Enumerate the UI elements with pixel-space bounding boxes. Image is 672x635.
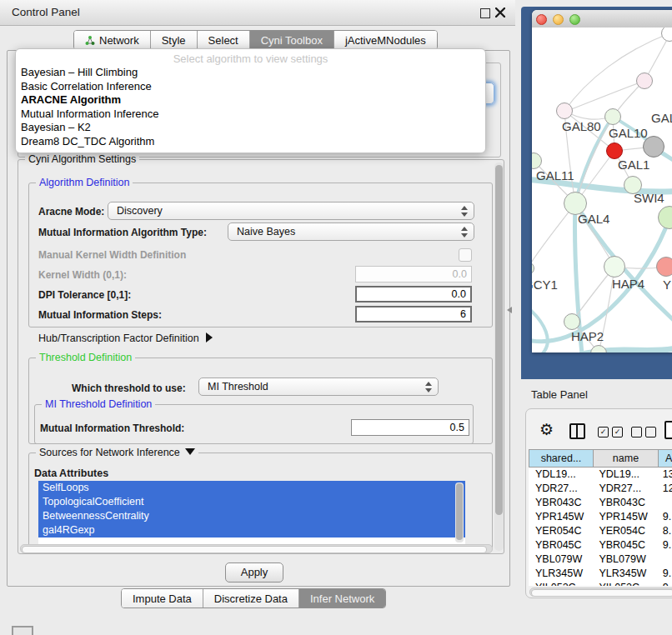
table-cell: 13 xyxy=(656,468,672,482)
stepper-arrows-icon xyxy=(425,382,432,393)
float-window-icon[interactable] xyxy=(480,8,490,18)
data-attribute-item[interactable]: gal4RGexp xyxy=(38,523,465,538)
table-horizontal-scrollbar[interactable] xyxy=(529,588,672,597)
cyni-toolbox-panel: Select algorithm to view settings Bayesi… xyxy=(7,50,510,587)
mi-threshold-input[interactable]: 0.5 xyxy=(351,419,469,436)
network-node[interactable] xyxy=(604,256,625,278)
tab-label: Select xyxy=(208,34,238,47)
node-label-gcy1: GCY1 xyxy=(532,278,558,292)
tab-label: Network xyxy=(99,34,139,47)
network-node[interactable] xyxy=(636,72,653,89)
data-attribute-item[interactable]: SelfLoops xyxy=(38,481,465,495)
network-node[interactable] xyxy=(564,313,580,330)
network-desktop: GALGAL80GAL10GAL1GAL11SWI4GAL4GCY1HAP4YH… xyxy=(521,7,672,379)
splitter-collapse-icon[interactable] xyxy=(507,307,512,313)
algorithm-option[interactable]: Bayesian – K2 xyxy=(16,121,485,135)
mi-type-combobox[interactable]: Naive Bayes xyxy=(228,222,474,241)
control-panel-tabs: NetworkStyleSelectCyni ToolboxjActiveMNo… xyxy=(73,30,438,50)
kernel-width-label: Kernel Width (0,1): xyxy=(38,269,127,281)
table-row[interactable]: YER054CYER054C8. xyxy=(529,524,672,538)
expand-right-icon xyxy=(206,332,213,342)
kernel-width-input[interactable]: 0.0 xyxy=(355,266,472,282)
network-icon xyxy=(85,35,95,46)
node-label-gal11: GAL11 xyxy=(536,168,574,182)
tab-network[interactable]: Network xyxy=(74,31,151,49)
apply-button[interactable]: Apply xyxy=(225,562,283,582)
data-attributes-list: SelfLoopsTopologicalCoefficientBetweenne… xyxy=(38,481,465,544)
algorithm-dropdown-list: Bayesian – Hill ClimbingBasic Correlatio… xyxy=(16,66,485,148)
data-attribute-item[interactable]: BetweennessCentrality xyxy=(38,509,465,523)
attribute-list-scrollbar[interactable] xyxy=(455,482,464,542)
sources-group-title[interactable]: Sources for Network Inference xyxy=(36,447,198,458)
hub-definition-toggle[interactable]: Hub/Transcription Factor Definition xyxy=(38,332,213,344)
mi-threshold-group-title: MI Threshold Definition xyxy=(42,398,155,410)
table-row[interactable]: YBL079WYBL079W xyxy=(529,552,672,567)
algorithm-option[interactable]: ARACNE Algorithm xyxy=(16,93,485,108)
column-header-A[interactable]: A xyxy=(659,449,672,468)
sources-horizontal-scrollbar[interactable] xyxy=(20,544,493,553)
collapse-down-icon xyxy=(185,448,195,455)
table-cell: 9. xyxy=(656,538,672,552)
bottom-tab-infer-network[interactable]: Infer Network xyxy=(299,589,385,608)
algorithm-option[interactable]: Mutual Information Inference xyxy=(16,108,485,122)
close-icon[interactable] xyxy=(495,8,505,18)
table-cell: YDR27... xyxy=(592,482,655,496)
cyni-algorithm-settings-title: Cyni Algorithm Settings xyxy=(25,153,139,165)
network-node[interactable] xyxy=(556,102,573,119)
document-icon[interactable] xyxy=(664,421,672,439)
column-header-shared[interactable]: shared... xyxy=(529,449,594,468)
network-node[interactable] xyxy=(606,142,623,159)
algorithm-option[interactable]: Bayesian – Hill Climbing xyxy=(16,66,485,80)
network-node[interactable] xyxy=(656,257,672,277)
table-cell: YBR045C xyxy=(529,538,592,552)
table-cell: YDL19... xyxy=(529,468,592,482)
stepper-arrows-icon xyxy=(461,227,468,238)
table-cell: 8. xyxy=(656,524,672,538)
data-attribute-item[interactable]: TopologicalCoefficient xyxy=(38,495,465,509)
tab-style[interactable]: Style xyxy=(151,31,198,49)
table-cell: YLR345W xyxy=(529,567,592,581)
tab-jactivemnodules[interactable]: jActiveMNodules xyxy=(334,31,437,49)
table-cell: YER054C xyxy=(529,524,592,538)
aracne-mode-combobox[interactable]: Discovery xyxy=(108,202,474,220)
network-node[interactable] xyxy=(604,108,621,125)
checked-pair-icon[interactable]: ✓✓ xyxy=(598,427,623,438)
dpi-tolerance-input[interactable]: 0.0 xyxy=(355,286,472,302)
which-threshold-combobox[interactable]: MI Threshold xyxy=(198,378,439,396)
table-panel-title: Table Panel xyxy=(531,388,588,401)
table-row[interactable]: YDL19...YDL19...13 xyxy=(529,468,672,482)
split-columns-icon[interactable] xyxy=(569,423,585,439)
table-row[interactable]: YDR27...YDR27...12 xyxy=(529,482,672,496)
unchecked-pair-icon[interactable] xyxy=(631,427,656,438)
network-canvas[interactable]: GALGAL80GAL10GAL1GAL11SWI4GAL4GCY1HAP4YH… xyxy=(532,28,672,352)
tab-select[interactable]: Select xyxy=(198,31,250,49)
table-row[interactable]: YBR043CYBR043C xyxy=(529,496,672,510)
bottom-tab-discretize-data[interactable]: Discretize Data xyxy=(203,589,299,608)
close-traffic-light-icon[interactable] xyxy=(536,14,547,25)
table-panel: ⚙ ✓✓ shared...nameA YDL19...YDL19...13YD… xyxy=(525,408,672,598)
settings-vertical-scrollbar[interactable] xyxy=(494,162,504,551)
tab-cyni-toolbox[interactable]: Cyni Toolbox xyxy=(250,31,334,49)
table-row[interactable]: YLR345WYLR345W9. xyxy=(529,567,672,581)
node-label-hap4: HAP4 xyxy=(612,277,644,291)
mi-type-label: Mutual Information Algorithm Type: xyxy=(38,227,207,238)
minimize-traffic-light-icon[interactable] xyxy=(553,14,564,25)
table-row[interactable]: YBR045CYBR045C9. xyxy=(529,538,672,552)
column-header-name[interactable]: name xyxy=(594,449,659,468)
gear-icon[interactable]: ⚙ xyxy=(539,420,554,439)
algorithm-option[interactable]: Dream8 DC_TDC Algorithm xyxy=(16,135,485,149)
table-row[interactable]: YPR145WYPR145W9. xyxy=(529,510,672,524)
zoom-traffic-light-icon[interactable] xyxy=(569,14,580,25)
algorithm-dropdown-popup: Select algorithm to view settings Bayesi… xyxy=(15,48,486,153)
algorithm-option[interactable]: Basic Correlation Inference xyxy=(16,80,485,94)
node-label-gal80: GAL80 xyxy=(562,119,601,133)
mi-steps-input[interactable]: 6 xyxy=(355,306,472,322)
bottom-tab-impute-data[interactable]: Impute Data xyxy=(122,589,203,608)
threshold-definition-title: Threshold Definition xyxy=(36,352,135,363)
manual-kernel-checkbox[interactable] xyxy=(459,248,472,262)
algorithm-definition-title: Algorithm Definition xyxy=(36,177,133,188)
network-view-window[interactable]: GALGAL80GAL10GAL1GAL11SWI4GAL4GCY1HAP4YH… xyxy=(532,10,672,352)
minimized-panel-icon[interactable] xyxy=(12,626,33,635)
table-cell: YBL079W xyxy=(592,552,655,567)
table-row[interactable]: YIL052CYIL052C9 xyxy=(529,581,672,586)
